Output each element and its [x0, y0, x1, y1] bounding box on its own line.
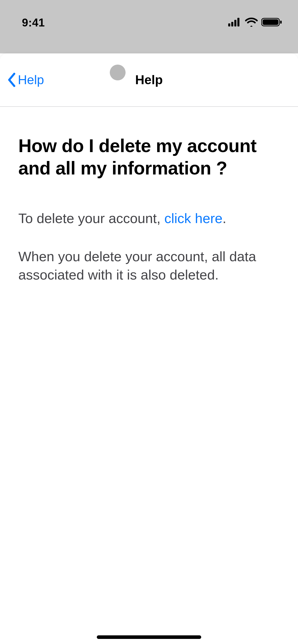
status-region: 9:41	[0, 0, 298, 53]
nav-bar: Help Help	[0, 53, 298, 107]
touch-indicator	[110, 65, 126, 80]
battery-icon	[261, 18, 282, 28]
svg-rect-5	[263, 19, 278, 25]
sheet: Help Help How do I delete my account and…	[0, 53, 298, 644]
chevron-left-icon	[7, 73, 16, 87]
svg-rect-0	[228, 23, 230, 26]
article: How do I delete my account and all my in…	[0, 107, 298, 284]
back-button[interactable]: Help	[7, 53, 44, 106]
delete-explanation: When you delete your account, all data a…	[18, 247, 280, 284]
delete-instruction: To delete your account, click here.	[18, 209, 280, 227]
svg-rect-2	[234, 20, 236, 26]
status-time: 9:41	[22, 16, 45, 29]
cellular-icon	[228, 18, 241, 27]
status-icons	[228, 18, 282, 28]
svg-rect-6	[280, 21, 282, 24]
status-bar: 9:41	[0, 14, 298, 32]
svg-rect-3	[237, 18, 239, 26]
wifi-icon	[245, 18, 258, 28]
back-label: Help	[18, 72, 44, 87]
click-here-link[interactable]: click here	[164, 211, 222, 226]
page-title: How do I delete my account and all my in…	[18, 135, 280, 180]
nav-title: Help	[0, 72, 298, 87]
p1-prefix: To delete your account,	[18, 211, 164, 226]
p1-suffix: .	[222, 211, 226, 226]
svg-rect-1	[231, 22, 233, 26]
home-indicator[interactable]	[97, 635, 201, 639]
